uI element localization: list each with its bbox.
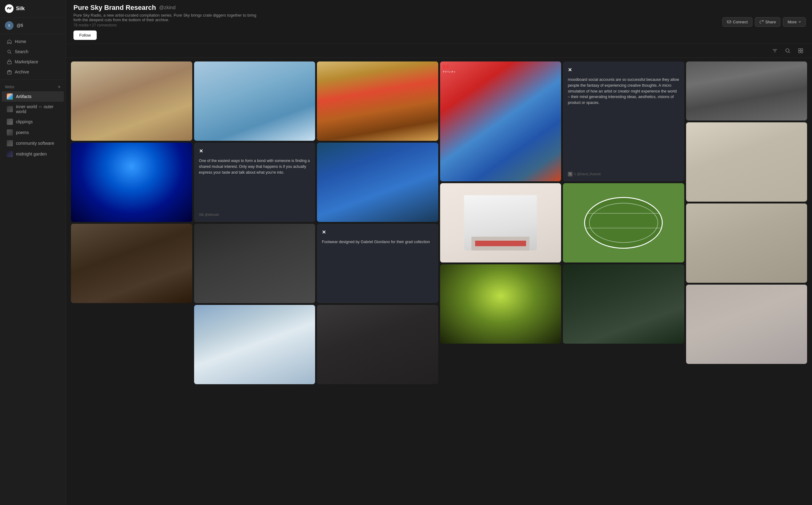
sidebar-item-home[interactable]: Home <box>2 37 64 46</box>
grid-item[interactable]: SF アドベンチャ <box>440 61 561 181</box>
avatar: fi <box>5 21 13 30</box>
page-meta: 78 media • 27 connections <box>73 23 258 27</box>
media-grid: SF アドベンチャ ✕ moodboard social accounts ar… <box>71 61 807 384</box>
grid-item[interactable] <box>686 285 807 364</box>
sidebar-item-marketplace[interactable]: Marketplace <box>2 57 64 67</box>
tweet3-text: Footwear designed by Gabriel Giordano fo… <box>322 239 433 245</box>
marketplace-icon <box>7 59 12 64</box>
svg-rect-8 <box>727 21 731 23</box>
svg-rect-17 <box>801 51 803 53</box>
grid-item[interactable] <box>686 61 807 121</box>
poems-thumb <box>7 129 13 136</box>
artifacts-label: Artifacts <box>16 94 32 99</box>
poems-label: poems <box>16 130 29 135</box>
grid-item[interactable] <box>194 61 315 141</box>
tweet1-attribution: 𝕏 𝕏 @David_Rudnick <box>568 172 679 177</box>
toolbar-right <box>770 46 806 55</box>
layout-button[interactable] <box>795 46 806 55</box>
svg-rect-16 <box>799 51 800 53</box>
grid-item[interactable] <box>194 305 315 384</box>
user-profile[interactable]: fi @fi <box>0 17 66 34</box>
sidebar-item-artifacts[interactable]: Artifacts <box>2 91 64 102</box>
more-button[interactable]: More <box>783 17 806 27</box>
tweet2-author: Silk @silknode <box>199 212 219 217</box>
svg-point-12 <box>786 49 789 52</box>
grid-item[interactable] <box>686 122 807 202</box>
sidebar-item-community-software[interactable]: community software <box>2 138 64 148</box>
grid-item[interactable] <box>194 224 315 303</box>
sidebar-item-search[interactable]: Search <box>2 47 64 56</box>
home-icon <box>7 39 12 44</box>
follow-button[interactable]: Follow <box>73 30 97 40</box>
grid-item[interactable] <box>71 143 192 222</box>
clippings-label: clippings <box>16 119 33 124</box>
sidebar-item-clippings[interactable]: clippings <box>2 117 64 127</box>
page-title: Pure Sky Brand Research <box>73 4 156 12</box>
clippings-thumb <box>7 119 13 125</box>
home-label: Home <box>15 39 26 44</box>
filter-button[interactable] <box>770 46 780 55</box>
tweet2-text: One of the easiest ways to form a bond w… <box>199 158 310 175</box>
tweet1-text: moodboard social accounts are so success… <box>568 77 679 106</box>
sidebar-item-midnight-garden[interactable]: midnight garden <box>2 149 64 159</box>
tweet-card-2[interactable]: ✕ One of the easiest ways to form a bond… <box>194 143 315 222</box>
silk-logo-icon <box>5 4 13 13</box>
filter-icon <box>772 48 778 53</box>
grid-item[interactable] <box>440 264 561 344</box>
midnight-label: midnight garden <box>16 152 47 156</box>
search-icon <box>7 49 12 54</box>
sidebar-item-archive[interactable]: Archive <box>2 67 64 77</box>
archive-label: Archive <box>15 69 29 74</box>
tweet2-attribution: Silk @silknode <box>199 212 310 217</box>
grid-item[interactable] <box>440 183 561 263</box>
main-nav: Home Search Marketplace Archive <box>0 34 66 80</box>
grid-item[interactable] <box>71 61 192 141</box>
grid-item[interactable] <box>317 61 438 141</box>
search-label: Search <box>15 49 28 54</box>
svg-line-4 <box>10 52 11 54</box>
title-group: Pure Sky Brand Research @zkind Pure Sky … <box>73 4 258 40</box>
logo-text: Silk <box>16 6 25 11</box>
svg-rect-15 <box>801 48 803 50</box>
user-handle: @fi <box>17 23 23 28</box>
sidebar-item-poems[interactable]: poems <box>2 127 64 138</box>
community-thumb <box>7 140 13 146</box>
connect-button[interactable]: Connect <box>722 17 752 27</box>
svg-text:fi: fi <box>8 24 10 27</box>
inner-world-label: inner world ↔ outer world <box>16 104 59 114</box>
grid-item[interactable] <box>317 143 438 222</box>
tweet-card-3[interactable]: ✕ Footwear designed by Gabriel Giordano … <box>317 224 438 303</box>
marketplace-label: Marketplace <box>15 59 38 64</box>
grid-item[interactable] <box>317 305 438 384</box>
sidebar: Silk fi @fi Home Search Marketplace <box>0 0 66 505</box>
header-actions: Connect Share More <box>722 17 806 27</box>
x-logo-icon-3: ✕ <box>322 229 433 236</box>
sidebar-item-inner-world[interactable]: inner world ↔ outer world <box>2 102 64 116</box>
chevron-down-icon <box>798 20 801 23</box>
webs-label: Webs <box>5 85 14 89</box>
page-title-row: Pure Sky Brand Research @zkind <box>73 4 258 12</box>
grid-layout-icon <box>798 48 803 53</box>
search-button[interactable] <box>783 46 793 55</box>
share-button[interactable]: Share <box>755 17 781 27</box>
page-header: Pure Sky Brand Research @zkind Pure Sky … <box>66 0 812 44</box>
webs-add-button[interactable]: + <box>57 84 61 90</box>
midnight-thumb <box>7 151 13 157</box>
grid-item[interactable] <box>563 183 684 263</box>
tweet-card-1[interactable]: ✕ moodboard social accounts are so succe… <box>563 61 684 181</box>
svg-rect-14 <box>799 48 800 50</box>
svg-rect-7 <box>9 70 10 71</box>
grid-item[interactable] <box>686 203 807 283</box>
grid-item[interactable] <box>71 224 192 303</box>
grid-item[interactable] <box>563 264 684 344</box>
webs-header: Webs + <box>0 82 66 91</box>
logo-area[interactable]: Silk <box>0 0 66 17</box>
svg-point-3 <box>8 50 10 53</box>
page-description: Pure Sky Radio, a new artist-curated com… <box>73 13 258 22</box>
header-left: Pure Sky Brand Research @zkind Pure Sky … <box>73 4 258 40</box>
media-grid-container: SF アドベンチャ ✕ moodboard social accounts ar… <box>66 58 812 505</box>
x-logo-icon: ✕ <box>568 66 679 74</box>
tweet1-handle: 𝕏 @David_Rudnick <box>574 172 601 176</box>
x-logo-icon-2: ✕ <box>199 148 310 155</box>
page-handle: @zkind <box>159 5 176 10</box>
